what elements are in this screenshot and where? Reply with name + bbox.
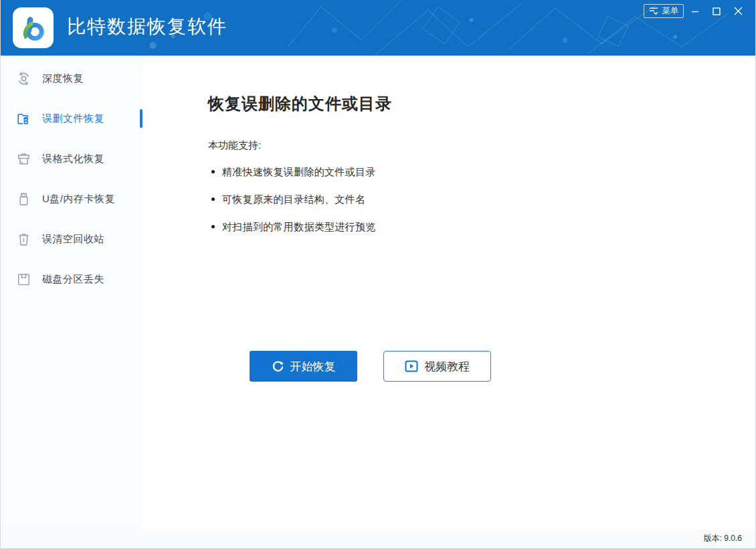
app-logo: [13, 7, 54, 48]
status-bar: 版本: 9.0.6: [1, 528, 755, 548]
maximize-button[interactable]: [706, 3, 727, 19]
feature-item: 对扫描到的常用数据类型进行预览: [208, 221, 392, 234]
version-label: 版本: 9.0.6: [704, 533, 742, 544]
feature-intro: 本功能支持:: [208, 139, 392, 152]
sidebar-item-deleted-file-recovery[interactable]: 误删文件恢复: [1, 98, 143, 139]
title-bar: 比特数据恢复软件 菜单: [1, 0, 755, 56]
deep-scan-icon: [15, 70, 31, 86]
start-recovery-button[interactable]: 开始恢复: [250, 351, 357, 382]
disk-partition-icon: [15, 271, 31, 287]
feature-list: 精准快速恢复误删除的文件或目录 可恢复原来的目录结构、文件名 对扫描到的常用数据…: [208, 166, 392, 234]
main-content: 恢复误删除的文件或目录 本功能支持: 精准快速恢复误删除的文件或目录 可恢复原来…: [208, 93, 392, 248]
sidebar-item-deep-recovery[interactable]: 深度恢复: [1, 58, 143, 98]
feature-item: 可恢复原来的目录结构、文件名: [208, 193, 392, 206]
sidebar-item-label: 误清空回收站: [42, 233, 104, 246]
active-indicator: [140, 109, 143, 128]
start-recovery-label: 开始恢复: [290, 359, 336, 374]
app-title: 比特数据恢复软件: [67, 0, 227, 56]
sidebar-item-disk-partition-loss[interactable]: 磁盘分区丢失: [1, 259, 143, 299]
sidebar-item-label: U盘/内存卡恢复: [42, 193, 115, 206]
sidebar-item-label: 深度恢复: [42, 72, 84, 85]
menu-icon: [649, 7, 659, 15]
video-tutorial-button[interactable]: 视频教程: [383, 351, 491, 382]
sidebar: 深度恢复 误删文件恢复: [1, 56, 143, 528]
video-icon: [405, 360, 418, 372]
window-controls: [684, 3, 749, 19]
folder-delete-icon: [15, 110, 31, 127]
minimize-button[interactable]: [684, 3, 706, 19]
maximize-icon: [713, 7, 721, 15]
logo-b-icon: [18, 13, 49, 44]
sidebar-item-label: 误删文件恢复: [42, 112, 104, 125]
feature-item: 精准快速恢复误删除的文件或目录: [208, 166, 392, 179]
recycle-bin-icon: [15, 231, 31, 247]
menu-label: 菜单: [662, 5, 678, 17]
refresh-icon: [272, 360, 284, 373]
menu-button[interactable]: 菜单: [644, 4, 684, 18]
video-tutorial-label: 视频教程: [424, 359, 470, 374]
format-brush-icon: [15, 151, 31, 167]
close-icon: [734, 7, 743, 15]
page-title: 恢复误删除的文件或目录: [208, 93, 392, 114]
sidebar-item-usb-recovery[interactable]: U盘/内存卡恢复: [1, 179, 143, 219]
sidebar-item-label: 磁盘分区丢失: [42, 273, 104, 286]
sidebar-item-format-recovery[interactable]: 误格式化恢复: [1, 139, 143, 179]
close-button[interactable]: [727, 3, 749, 19]
sidebar-item-recycle-bin-recovery[interactable]: 误清空回收站: [1, 219, 143, 259]
usb-drive-icon: [15, 191, 31, 207]
minimize-icon: [691, 7, 699, 15]
app-window: 比特数据恢复软件 菜单: [0, 0, 756, 549]
sidebar-item-label: 误格式化恢复: [42, 153, 104, 165]
action-buttons: 开始恢复 视频教程: [250, 351, 491, 382]
